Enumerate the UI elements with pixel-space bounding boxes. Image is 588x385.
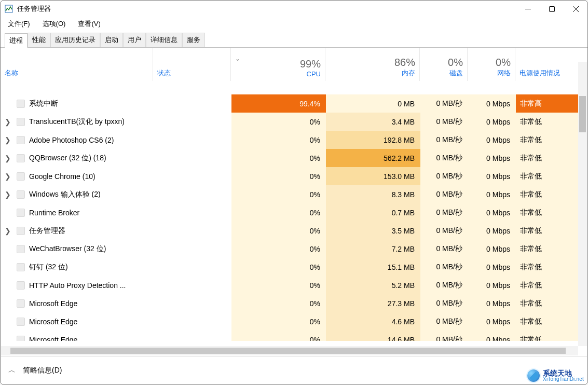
cell-power: 非常高 [516, 94, 578, 113]
process-name: Runtime Broker [27, 203, 231, 222]
process-icon [15, 294, 27, 312]
menubar: 文件(F) 选项(O) 查看(V) [1, 17, 587, 33]
tab-1[interactable]: 性能 [28, 33, 50, 47]
header-name[interactable]: 名称 [1, 48, 153, 81]
menu-view[interactable]: 查看(V) [77, 18, 101, 30]
header-memory[interactable]: 86% 内存 [325, 48, 420, 81]
maximize-button[interactable] [540, 1, 564, 17]
expand-toggle[interactable]: ❯ [1, 131, 15, 149]
process-row[interactable]: HTTP Auto Proxy Detection ...0%5.2 MB0 M… [1, 276, 578, 294]
process-icon [15, 185, 27, 203]
cell-cpu: 0% [231, 131, 326, 149]
cell-memory: 192.8 MB [326, 131, 420, 149]
process-icon [15, 240, 27, 258]
tab-0[interactable]: 进程 [5, 33, 28, 48]
process-name: HTTP Auto Proxy Detection ... [27, 276, 231, 294]
cell-disk: 0 MB/秒 [420, 131, 468, 149]
header-status[interactable]: 状态 [153, 48, 231, 81]
process-row[interactable]: ❯Google Chrome (10)0%153.0 MB0 MB/秒0 Mbp… [1, 167, 578, 185]
menu-options[interactable]: 选项(O) [42, 18, 67, 30]
cell-cpu: 0% [231, 167, 326, 185]
process-name: Windows 输入体验 (2) [27, 185, 231, 203]
titlebar[interactable]: 任务管理器 [1, 1, 587, 17]
tab-2[interactable]: 应用历史记录 [50, 33, 100, 47]
cell-disk: 0 MB/秒 [420, 185, 468, 203]
cell-cpu: 0% [231, 203, 326, 222]
cell-disk: 0 MB/秒 [420, 276, 468, 294]
cell-memory: 8.3 MB [326, 185, 420, 203]
expand-toggle [1, 94, 15, 113]
cell-power: 非常低 [516, 240, 578, 258]
tab-3[interactable]: 启动 [100, 33, 123, 47]
process-name: TranslucentTB(汉化 by tpxxn) [27, 113, 231, 131]
process-row[interactable]: ❯Windows 输入体验 (2)0%8.3 MB0 MB/秒0 Mbps非常低 [1, 185, 578, 203]
cell-network: 0 Mbps [468, 149, 516, 167]
process-row[interactable]: Microsoft Edge0%14.6 MB0 MB/秒0 Mbps非常低 [1, 331, 578, 341]
cell-power: 非常低 [516, 276, 578, 294]
header-power-usage[interactable]: 电源使用情况 [515, 48, 587, 81]
expand-toggle[interactable]: ❯ [1, 222, 15, 240]
process-row[interactable]: Runtime Broker0%0.7 MB0 MB/秒0 Mbps非常低 [1, 203, 578, 222]
cell-memory: 7.2 MB [326, 240, 420, 258]
cell-cpu: 0% [231, 149, 326, 167]
cell-network: 0 Mbps [468, 276, 516, 294]
cell-power: 非常低 [516, 258, 578, 276]
window-controls [516, 1, 587, 17]
process-icon [15, 203, 27, 222]
cell-memory: 4.6 MB [326, 312, 420, 331]
process-row[interactable]: ❯QQBrowser (32 位) (18)0%562.2 MB0 MB/秒0 … [1, 149, 578, 167]
expand-toggle[interactable]: ❯ [1, 185, 15, 203]
process-row[interactable]: ❯TranslucentTB(汉化 by tpxxn)0%3.4 MB0 MB/… [1, 113, 578, 131]
expand-toggle[interactable]: ❯ [1, 149, 15, 167]
footer-separator [1, 356, 587, 356]
header-disk[interactable]: 0% 磁盘 [420, 48, 468, 81]
process-icon [15, 149, 27, 167]
cell-memory: 27.3 MB [326, 294, 420, 312]
process-icon [15, 131, 27, 149]
tab-6[interactable]: 服务 [182, 33, 205, 47]
cell-power: 非常低 [516, 294, 578, 312]
cell-network: 0 Mbps [468, 167, 516, 185]
process-row[interactable]: 钉钉 (32 位)0%15.1 MB0 MB/秒0 Mbps非常低 [1, 258, 578, 276]
horizontal-scrollbar-thumb[interactable] [10, 348, 566, 354]
minimize-button[interactable] [516, 1, 540, 17]
cell-memory: 0.7 MB [326, 203, 420, 222]
process-row[interactable]: Microsoft Edge0%27.3 MB0 MB/秒0 Mbps非常低 [1, 294, 578, 312]
close-button[interactable] [564, 1, 587, 17]
cell-power: 非常低 [516, 149, 578, 167]
cell-power: 非常低 [516, 185, 578, 203]
cell-memory: 153.0 MB [326, 167, 420, 185]
process-row[interactable]: Microsoft Edge0%4.6 MB0 MB/秒0 Mbps非常低 [1, 312, 578, 331]
tab-4[interactable]: 用户 [123, 33, 146, 47]
process-row[interactable]: ❯Adobe Photoshop CS6 (2)0%192.8 MB0 MB/秒… [1, 131, 578, 149]
process-icon [15, 258, 27, 276]
vertical-scrollbar[interactable] [578, 62, 587, 346]
expand-toggle [1, 312, 15, 331]
fewer-details-button[interactable]: 简略信息(D) [23, 366, 62, 375]
expand-toggle[interactable]: ❯ [1, 167, 15, 185]
expand-toggle [1, 258, 15, 276]
cell-network: 0 Mbps [468, 185, 516, 203]
horizontal-scrollbar[interactable] [1, 346, 578, 355]
process-row[interactable]: ❯任务管理器0%3.5 MB0 MB/秒0 Mbps非常低 [1, 222, 578, 240]
vertical-scrollbar-thumb[interactable] [579, 96, 586, 132]
cell-disk: 0 MB/秒 [420, 149, 468, 167]
process-icon [15, 331, 27, 341]
chevron-up-icon[interactable]: ︿ [8, 366, 16, 375]
process-name: Microsoft Edge [27, 312, 231, 331]
process-name: QQBrowser (32 位) (18) [27, 149, 231, 167]
header-network[interactable]: 0% 网络 [468, 48, 515, 81]
cell-power: 非常低 [516, 131, 578, 149]
process-row[interactable]: WeChatBrowser (32 位)0%7.2 MB0 MB/秒0 Mbps… [1, 240, 578, 258]
cell-disk: 0 MB/秒 [420, 312, 468, 331]
header-cpu[interactable]: ⌄ 99% CPU [231, 48, 325, 81]
window-title: 任务管理器 [17, 4, 51, 13]
cell-memory: 0 MB [326, 94, 420, 113]
cell-cpu: 0% [231, 312, 326, 331]
process-row[interactable]: 系统中断99.4%0 MB0 MB/秒0 Mbps非常高 [1, 94, 578, 113]
process-icon [15, 113, 27, 131]
expand-toggle[interactable]: ❯ [1, 113, 15, 131]
cell-memory: 5.2 MB [326, 276, 420, 294]
tab-5[interactable]: 详细信息 [146, 33, 182, 47]
menu-file[interactable]: 文件(F) [7, 18, 31, 30]
